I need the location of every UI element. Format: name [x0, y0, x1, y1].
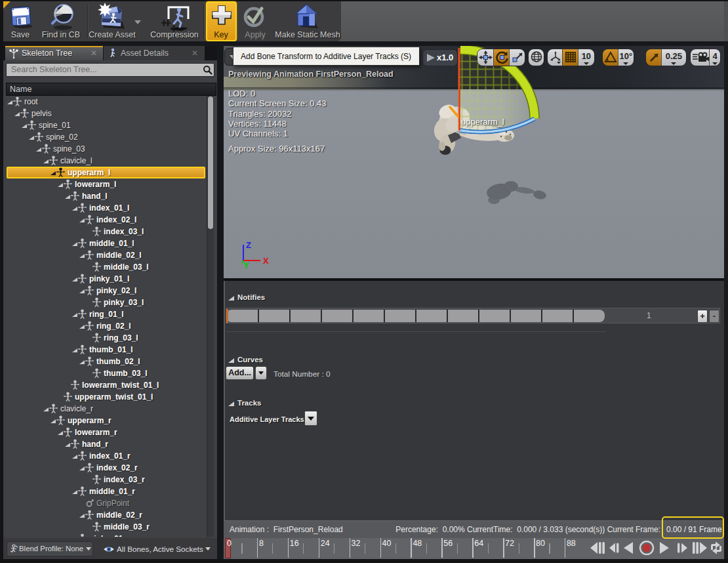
svg-text:Y: Y	[243, 261, 249, 269]
svg-text:Z: Z	[246, 240, 251, 250]
svg-text:X: X	[263, 256, 269, 266]
